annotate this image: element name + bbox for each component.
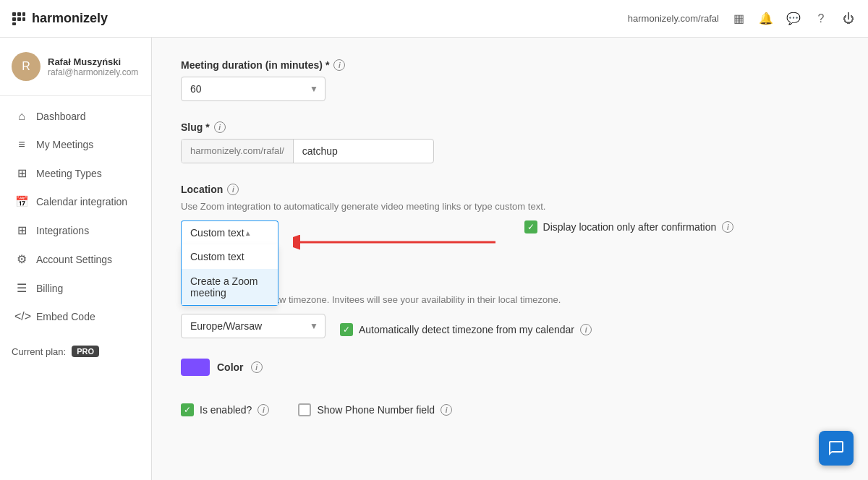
- sidebar-label-embed-code: Embed Code: [36, 311, 95, 322]
- sidebar-label-dashboard: Dashboard: [36, 111, 86, 122]
- duration-select[interactable]: 60 30 15 45 90: [181, 77, 326, 101]
- show-phone-row: Show Phone Number field i: [298, 396, 452, 416]
- sidebar-label-calendar: Calendar integration: [36, 196, 127, 207]
- sidebar-nav: ⌂ Dashboard ≡ My Meetings ⊞ Meeting Type…: [0, 96, 151, 337]
- location-hint: Use Zoom integration to automatically ge…: [181, 201, 839, 212]
- dropdown-option-zoom[interactable]: Create a Zoom meeting: [182, 269, 278, 305]
- svg-rect-4: [17, 17, 21, 21]
- duration-label: Meeting duration (in minutes) * i: [181, 59, 839, 71]
- dropdown-option-custom-text[interactable]: Custom text: [182, 244, 278, 269]
- main-content: Meeting duration (in minutes) * i 60 30 …: [152, 38, 868, 480]
- timezone-select[interactable]: Europe/Warsaw: [181, 314, 326, 338]
- auto-detect-timezone-row: ✓ Automatically detect timezone from my …: [340, 316, 592, 336]
- color-swatch[interactable]: [181, 359, 210, 376]
- bottom-checks: ✓ Is enabled? i Show Phone Number field …: [181, 396, 839, 416]
- current-plan-label: Current plan:: [12, 346, 66, 357]
- sidebar-label-billing: Billing: [36, 283, 63, 294]
- sidebar-item-meeting-types[interactable]: ⊞ Meeting Types: [3, 159, 148, 187]
- slug-label: Slug * i: [181, 121, 839, 133]
- sidebar-item-dashboard[interactable]: ⌂ Dashboard: [3, 103, 148, 130]
- user-url: harmonizely.com/rafal: [628, 13, 719, 24]
- current-plan: Current plan: PRO: [0, 337, 151, 366]
- is-enabled-label: Is enabled?: [200, 404, 252, 416]
- is-enabled-info-icon[interactable]: i: [258, 404, 269, 416]
- sidebar-item-account-settings[interactable]: ⚙ Account Settings: [3, 245, 148, 273]
- sidebar-item-billing[interactable]: ☰ Billing: [3, 274, 148, 302]
- slug-info-icon[interactable]: i: [214, 121, 226, 133]
- billing-icon: ☰: [14, 281, 29, 295]
- timezone-row: Europe/Warsaw ▼ ✓ Automatically detect t…: [181, 314, 839, 338]
- is-enabled-row: ✓ Is enabled? i: [181, 396, 269, 416]
- svg-rect-0: [12, 12, 16, 16]
- display-location-checkbox[interactable]: ✓: [524, 220, 537, 233]
- topnav-right: harmonizely.com/rafal ▦ 🔔 💬 ? ⏻: [628, 11, 856, 27]
- house-icon: ⌂: [14, 110, 29, 123]
- bell-icon[interactable]: 🔔: [758, 11, 774, 27]
- sidebar-label-my-meetings: My Meetings: [36, 139, 93, 150]
- duration-section: Meeting duration (in minutes) * i 60 30 …: [181, 59, 839, 101]
- chat-icon[interactable]: 💬: [786, 11, 801, 27]
- timezone-section: Timezone i You're in Europe/Warsaw timez…: [181, 277, 839, 338]
- app-name: harmonizely: [32, 11, 108, 26]
- arrow-annotation-area: [293, 228, 510, 257]
- plan-badge: PRO: [72, 346, 99, 357]
- location-section: Location i Use Zoom integration to autom…: [181, 184, 839, 257]
- chat-button-icon: [827, 440, 845, 457]
- user-email: rafal@harmonizely.com: [48, 67, 138, 77]
- list-icon: ≡: [14, 138, 29, 151]
- logo-grid-icon: [12, 12, 26, 26]
- sidebar-item-my-meetings[interactable]: ≡ My Meetings: [3, 131, 148, 158]
- auto-detect-label: Automatically detect timezone from my ca…: [359, 324, 574, 335]
- display-location-row: ✓ Display location only after confirmati…: [524, 220, 734, 233]
- show-phone-checkbox[interactable]: [298, 403, 311, 416]
- arrow-annotation-svg: [293, 228, 510, 257]
- sidebar-label-account-settings: Account Settings: [36, 254, 112, 265]
- sidebar-item-embed-code[interactable]: </> Embed Code: [3, 303, 148, 330]
- auto-detect-info-icon[interactable]: i: [580, 324, 592, 335]
- svg-rect-2: [22, 12, 25, 16]
- slug-value[interactable]: catchup: [294, 140, 346, 163]
- help-icon[interactable]: ?: [813, 11, 829, 27]
- slug-prefix: harmonizely.com/rafal/: [182, 140, 294, 163]
- user-info: Rafał Muszyński rafal@harmonizely.com: [48, 56, 138, 77]
- user-card: R Rafał Muszyński rafal@harmonizely.com: [0, 38, 151, 96]
- duration-select-wrapper: 60 30 15 45 90 ▼: [181, 77, 326, 101]
- show-phone-label: Show Phone Number field: [317, 404, 435, 416]
- sidebar-item-calendar[interactable]: 📅 Calendar integration: [3, 188, 148, 215]
- timezone-label: Timezone i: [181, 277, 839, 288]
- is-enabled-checkbox[interactable]: ✓: [181, 403, 194, 416]
- copy-url-icon[interactable]: ▦: [731, 11, 746, 27]
- chat-button[interactable]: [819, 431, 854, 466]
- dropdown-up-arrow-icon: ▲: [244, 229, 252, 237]
- sidebar: R Rafał Muszyński rafal@harmonizely.com …: [0, 38, 152, 480]
- sidebar-label-meeting-types: Meeting Types: [36, 168, 102, 179]
- integrations-icon: ⊞: [14, 223, 29, 237]
- display-location-label: Display location only after confirmation: [543, 221, 717, 233]
- location-info-icon[interactable]: i: [227, 184, 239, 195]
- grid-small-icon: ⊞: [14, 166, 29, 180]
- power-icon[interactable]: ⏻: [841, 11, 856, 27]
- top-navigation: harmonizely harmonizely.com/rafal ▦ 🔔 💬 …: [0, 0, 868, 38]
- location-selected-text: Custom text: [190, 227, 244, 239]
- sidebar-item-integrations[interactable]: ⊞ Integrations: [3, 216, 148, 244]
- display-location-info-icon[interactable]: i: [722, 221, 733, 233]
- duration-info-icon[interactable]: i: [333, 59, 345, 71]
- location-row: Custom text ▲ Custom text Create a Zoom …: [181, 220, 839, 257]
- gear-icon: ⚙: [14, 252, 29, 266]
- svg-rect-1: [17, 12, 21, 16]
- calendar-icon: 📅: [14, 195, 29, 208]
- svg-rect-6: [12, 22, 16, 25]
- color-row: Color i: [181, 359, 839, 376]
- slug-wrapper: harmonizely.com/rafal/ catchup: [181, 139, 434, 163]
- color-label: Color: [217, 361, 244, 373]
- color-info-icon[interactable]: i: [251, 361, 263, 373]
- timezone-hint: You're in Europe/Warsaw timezone. Invite…: [181, 294, 839, 305]
- auto-detect-timezone-checkbox[interactable]: ✓: [340, 323, 353, 336]
- timezone-select-wrapper: Europe/Warsaw ▼: [181, 314, 326, 338]
- show-phone-info-icon[interactable]: i: [441, 404, 452, 416]
- logo-area: harmonizely: [12, 11, 108, 26]
- sidebar-label-integrations: Integrations: [36, 225, 89, 236]
- svg-rect-3: [12, 17, 16, 21]
- location-label: Location i: [181, 184, 839, 195]
- location-dropdown-selected[interactable]: Custom text ▲: [181, 220, 278, 244]
